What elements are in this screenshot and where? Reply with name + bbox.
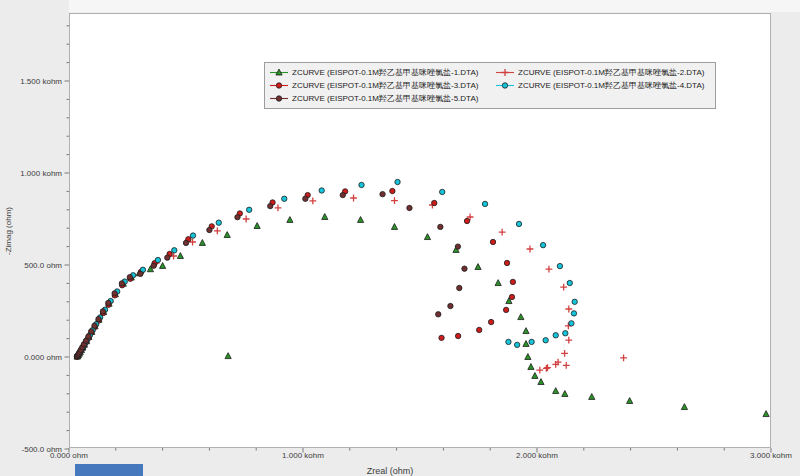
- x-tick-label: 3.000 kohm: [750, 451, 792, 460]
- legend-box[interactable]: ZCURVE (EISPOT-0.1M羟乙基甲基咪唑氯盐-1.DTA) ZCUR…: [264, 62, 716, 109]
- legend-item-4[interactable]: ZCURVE (EISPOT-0.1M羟乙基甲基咪唑氯盐-4.DTA): [495, 80, 711, 91]
- series-2-points: [74, 195, 627, 374]
- y-tick-label: 1.500 kohm: [20, 77, 62, 86]
- y-tick-label: -500.0 ohm: [22, 445, 63, 454]
- legend-item-2[interactable]: ZCURVE (EISPOT-0.1M羟乙基甲基咪唑氯盐-2.DTA): [495, 67, 711, 78]
- legend-item-1[interactable]: ZCURVE (EISPOT-0.1M羟乙基甲基咪唑氯盐-1.DTA): [269, 67, 495, 78]
- series-3-marker-icon: [269, 81, 289, 90]
- y-tick-label: 0.000 ohm: [24, 353, 62, 362]
- taskbar-item[interactable]: [75, 464, 143, 476]
- x-axis-title: Zreal (ohm): [367, 466, 414, 476]
- legend-item-label: ZCURVE (EISPOT-0.1M羟乙基甲基咪唑氯盐-2.DTA): [518, 67, 704, 78]
- legend-item-label: ZCURVE (EISPOT-0.1M羟乙基甲基咪唑氯盐-5.DTA): [292, 93, 478, 104]
- legend-item-label: ZCURVE (EISPOT-0.1M羟乙基甲基咪唑氯盐-3.DTA): [292, 80, 478, 91]
- x-tick-label: 1.000 kohm: [282, 451, 324, 460]
- y-tick-label: 1.000 kohm: [20, 169, 62, 178]
- series-2-marker-icon: [495, 68, 515, 77]
- y-tick-label: 500.0 ohm: [24, 261, 62, 270]
- series-1-points: [74, 214, 769, 417]
- series-4-marker-icon: [495, 81, 515, 90]
- app-window: 0.000 ohm1.000 kohm2.000 kohm3.000 kohm-…: [0, 0, 800, 476]
- y-axis-title: -Zimag (ohm): [4, 207, 13, 255]
- legend-item-label: ZCURVE (EISPOT-0.1M羟乙基甲基咪唑氯盐-4.DTA): [518, 80, 704, 91]
- legend-item-3[interactable]: ZCURVE (EISPOT-0.1M羟乙基甲基咪唑氯盐-3.DTA): [269, 80, 495, 91]
- series-5-marker-icon: [269, 94, 289, 103]
- legend-item-label: ZCURVE (EISPOT-0.1M羟乙基甲基咪唑氯盐-1.DTA): [292, 67, 478, 78]
- series-1-marker-icon: [269, 68, 289, 77]
- legend-item-5[interactable]: ZCURVE (EISPOT-0.1M羟乙基甲基咪唑氯盐-5.DTA): [269, 93, 495, 104]
- x-tick-label: 2.000 kohm: [516, 451, 558, 460]
